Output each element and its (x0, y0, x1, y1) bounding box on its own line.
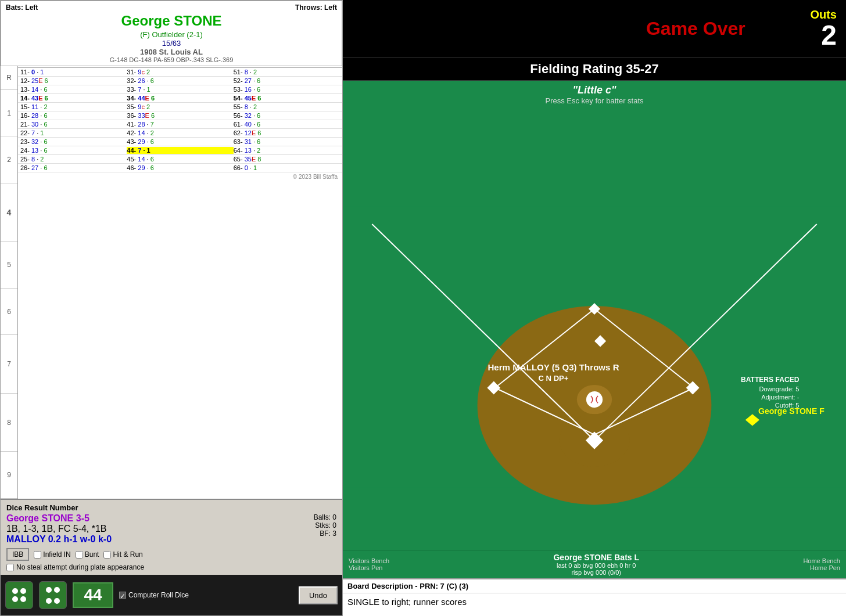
player-card: Bats: Left Throws: Left George STONE (F)… (1, 1, 342, 66)
game-over-text: Game Over (581, 18, 810, 39)
right-panel: Game Over Outs 2 Fielding Rating 35-27 "… (343, 0, 846, 616)
row-num-4: 4 (1, 183, 17, 242)
fielding-bar: Fielding Rating 35-27 (343, 58, 846, 81)
result-cell-2-1: 12- 25E 6 (20, 77, 127, 84)
result-cell-9b-1: 26- 27 · 6 (20, 164, 127, 171)
row-numbers: R 1 2 4 5 6 7 8 9 (1, 66, 18, 499)
bottom-info-bar: Visitors Bench Visitors Pen George STONE… (343, 550, 846, 578)
field-info-top: "Little c" Press Esc key for batter stat… (343, 81, 846, 106)
die2-dot2 (54, 587, 60, 593)
row-num-1: 1 (1, 90, 17, 137)
row-num-r: R (1, 66, 17, 90)
bunt-text: Bunt (85, 550, 99, 559)
result-cell-1-3: 51- 8 · 2 (234, 69, 340, 75)
computer-roll-text: Computer Roll Dice (128, 591, 189, 599)
hit-run-checkbox[interactable] (103, 551, 111, 559)
player-card-header: Bats: Left Throws: Left (6, 3, 337, 12)
result-cell-6-3: 56- 32 · 6 (234, 112, 340, 119)
undo-button[interactable]: Undo (299, 586, 338, 604)
result-row-highlight: 24- 13 · 6 44- 7 · 1 64- 13 · 2 (18, 146, 342, 155)
result-cell-4-1: 14- 43E 6 (20, 95, 127, 102)
dice-counters: Balls: 0 Stks: 0 BF: 3 (314, 513, 336, 538)
no-steal-text: No steal attempt during plate appearance (16, 563, 144, 571)
result-row-9b: 26- 27 · 6 46- 29 · 6 66- 0 · 1 (18, 164, 342, 172)
computer-roll-area: ✓ Computer Roll Dice (119, 591, 189, 599)
result-cell-7-2: 41- 28 · 7 (127, 121, 233, 128)
row-num-2: 2 (1, 136, 17, 183)
result-cell-2-3: 52- 27 · 6 (234, 77, 340, 84)
throws-label: Throws: Left (295, 3, 337, 12)
balls-count: Balls: 0 (314, 513, 336, 521)
computer-roll-label[interactable]: ✓ Computer Roll Dice (119, 591, 189, 599)
malloy-pos-text: C N DP+ (539, 374, 569, 383)
svg-point-15 (586, 391, 603, 408)
dr-result: 1B, 1-3, 1B, FC 5-4, *1B (6, 524, 112, 534)
result-cell-1-2: 31- 9c 2 (127, 69, 233, 75)
downgrade-text: Downgrade: 5 (759, 386, 800, 392)
player-stats: G-148 DG-148 PA-659 OBP-.343 SLG-.369 (6, 56, 337, 63)
result-table: R 1 2 4 5 6 7 8 9 11- 0 · 1 (1, 66, 342, 499)
result-cell-9a-1: 25- 8 · 2 (20, 156, 127, 163)
dice-result-title: Dice Result Number (6, 503, 336, 512)
bunt-checkbox[interactable] (76, 551, 83, 559)
result-cell-h-3: 64- 13 · 2 (234, 147, 340, 154)
batters-faced-title: BATTERS FACED (741, 376, 800, 384)
result-cell-7-1: 21- 30 · 6 (20, 121, 127, 128)
no-steal-checkbox[interactable] (6, 564, 14, 571)
die1-dot1 (12, 588, 18, 594)
result-cell-6-2: 36- 33E 6 (127, 112, 233, 119)
result-cell-3-3: 53- 16 · 6 (234, 86, 340, 93)
result-cell-8b-2: 43- 29 · 6 (127, 138, 233, 145)
result-cell-8a-3: 62- 12E 6 (234, 129, 340, 136)
result-cell-8a-2: 42- 14 · 2 (127, 129, 233, 136)
visitors-pen: Visitors Pen (349, 564, 389, 571)
result-row-1: 11- 0 · 1 31- 9c 2 51- 8 · 2 (18, 68, 342, 77)
bf-count: BF: 3 (314, 529, 336, 538)
row-num-6: 6 (1, 289, 17, 336)
visitors-area: Visitors Bench Visitors Pen (349, 557, 389, 571)
game-over-bar: Game Over Outs 2 (343, 0, 846, 58)
player-team: 1908 St. Louis AL (6, 48, 337, 56)
batter-risp: risp bvg 000 (0/0) (553, 569, 639, 576)
home-area: Home Bench Home Pen (803, 557, 840, 571)
result-cell-h-2: 44- 7 · 1 (127, 147, 233, 154)
visitors-bench: Visitors Bench (349, 557, 389, 564)
no-steal-row: No steal attempt during plate appearance (6, 563, 336, 571)
infield-in-text: Infield IN (43, 550, 70, 559)
die1-dot2 (20, 588, 26, 594)
home-bench: Home Bench (803, 557, 840, 564)
result-row-9a: 25- 8 · 2 45- 14 · 6 65- 35E 8 (18, 155, 342, 164)
result-cell-h-1: 24- 13 · 6 (20, 147, 127, 154)
batter-ab: last 0 ab bvg 000 ebh 0 hr 0 (553, 562, 639, 569)
computer-roll-checkbox-visual: ✓ (119, 592, 126, 599)
result-cell-4-3: 54- 45E 6 (234, 95, 340, 102)
result-cell-9a-3: 65- 35E 8 (234, 156, 340, 163)
die1-row1 (12, 588, 26, 594)
result-row-5: 15- 11 · 2 35- 9c 2 55- 8 · 2 (18, 103, 342, 111)
row-num-9: 9 (1, 452, 17, 499)
result-row-3: 13- 14 · 6 33- 7 · 1 53- 16 · 6 (18, 85, 342, 94)
bunt-label[interactable]: Bunt (76, 550, 99, 559)
result-cell-9b-2: 46- 29 · 6 (127, 164, 233, 171)
hit-run-label[interactable]: Hit & Run (103, 550, 142, 559)
batter-name: George STONE Bats L (553, 553, 639, 562)
copyright: © 2023 Bill Staffa (18, 172, 342, 181)
result-cell-8b-1: 23- 32 · 6 (20, 138, 127, 145)
infield-in-checkbox[interactable] (34, 551, 41, 559)
die2-dot3 (46, 598, 52, 604)
field-svg: Herm MALLOY (5 Q3) Throws R C N DP+ Geor… (343, 116, 846, 578)
row-num-7: 7 (1, 335, 17, 393)
dice-number-display: 44 (73, 582, 113, 608)
player-fraction: 15/63 (6, 39, 337, 48)
result-cell-4-2: 34- 44E 6 (127, 95, 233, 102)
ibb-button[interactable]: IBB (6, 548, 29, 561)
result-row-2: 12- 25E 6 32- 26 · 6 52- 27 · 6 (18, 77, 342, 85)
board-desc: Board Description - PRN: 7 (C) (3) (343, 578, 846, 593)
result-desc: SINGLE to right; runner scores (343, 593, 846, 616)
die2-dot4 (54, 598, 60, 604)
result-row-6: 16- 28 · 6 36- 33E 6 56- 32 · 6 (18, 111, 342, 120)
infield-in-label[interactable]: Infield IN (34, 550, 70, 559)
bottom-left-panel: Dice Result Number George STONE 3-5 1B, … (1, 499, 342, 575)
result-cell-5-3: 55- 8 · 2 (234, 103, 340, 110)
result-columns: 11- 0 · 1 31- 9c 2 51- 8 · 2 12- 25E 6 3 (18, 66, 342, 499)
